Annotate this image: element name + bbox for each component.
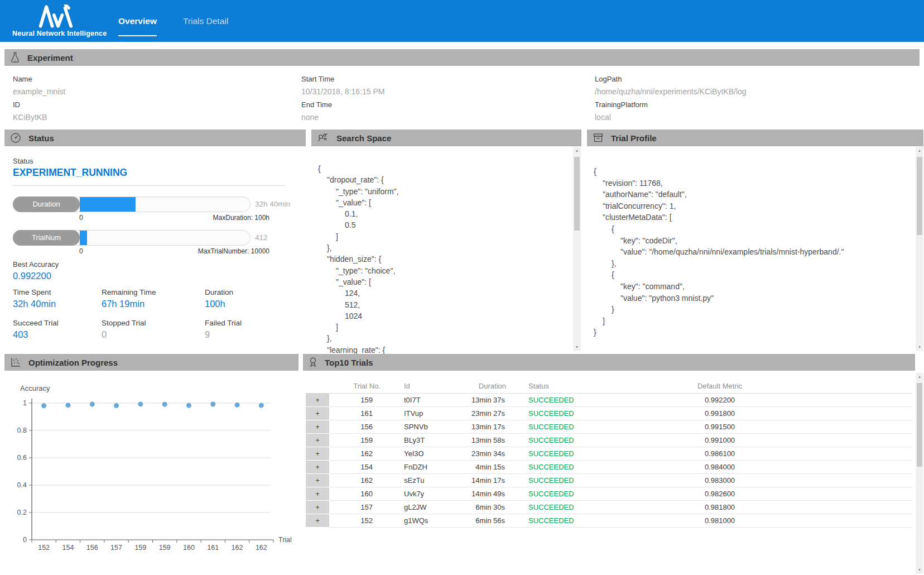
status-section-header: Status [4,130,306,146]
trial-id-cell: ITVup [385,407,463,420]
scatter-point [41,403,46,408]
molecule-icon [317,132,329,143]
column-header-id: Id [385,380,463,393]
json-code-line: "_value": [ [318,276,569,288]
table-header-row: Trial No.IdDurationStatusDefault Metric [303,380,915,393]
expand-row-button[interactable]: + [306,420,329,433]
scroll-up-arrow[interactable]: ▲ [573,147,581,155]
stat-succeed-trial: Succeed Trial403 [13,319,97,340]
field-label: TrainingPlatform [595,98,747,111]
trial-id-cell: t0I7T [385,394,463,407]
y-tick-label: 0 [23,536,27,544]
trialnum-progress-row: TrialNum4120MaxTrialNumber: 10000 [13,230,275,257]
stat-label: Remaining Time [102,288,185,296]
trial-id-cell: FnDZH [385,461,463,474]
scroll-down-arrow[interactable]: ▼ [916,343,923,351]
top10-trials-table: Trial No.IdDurationStatusDefault Metric … [303,373,915,540]
trial-row: +160Uvk7y14min 49sSUCCEEDED0.982600 [303,487,915,501]
y-tick-label: 0.4 [17,481,27,489]
scroll-down-arrow[interactable]: ▼ [573,343,581,351]
json-code-line: { [594,223,912,235]
default-metric-cell: 0.982600 [608,487,831,501]
expand-row-button[interactable]: + [306,474,329,487]
expand-row-button[interactable]: + [306,514,329,527]
progress-fill [80,231,87,245]
json-code-line: 0.1, [318,208,569,219]
section-title: Top10 Trials [325,358,373,367]
stat-label: Failed Trial [205,319,288,327]
expand-row-button[interactable]: + [306,501,329,514]
json-code-line: { [594,269,912,281]
stat-duration: Duration100h [205,288,288,309]
status-cell: SUCCEEDED [511,514,608,528]
scroll-up-arrow[interactable]: ▲ [916,373,923,381]
search-space-json[interactable]: {"dropout_rate": {"_type": "uniform","_v… [318,163,569,356]
scrollbar-thumb[interactable] [917,383,922,467]
status-field-label: Status [13,157,33,165]
x-tick-label: 162 [256,544,267,552]
trial-id-cell: Uvk7y [385,487,463,501]
default-metric-cell: 0.992200 [608,394,831,407]
x-tick-label: 160 [183,544,195,552]
progress-max-label: MaxDuration: 100h [13,214,270,222]
expand-row-button[interactable]: + [306,434,329,447]
trial-profile-json[interactable]: {"revision": 11768,"authorName": "defaul… [594,166,912,338]
section-title: Status [28,133,54,143]
stat-value: 32h 40min [13,299,97,309]
scatter-point [162,402,167,407]
stat-value: 100h [205,299,288,309]
scrollbar-thumb[interactable] [574,157,580,231]
progress-name-pill: TrialNum [13,230,80,246]
status-cell: SUCCEEDED [511,447,608,461]
json-code-line: "_value": [ [318,197,569,208]
field-value: /home/quzha/nni/experiments/KCiBytKB/log [595,85,747,98]
trial-id-cell: BLy3T [385,434,463,447]
field-label: ID [13,98,65,111]
trial-no-cell: 156 [329,420,385,434]
progress-max-label: MaxTrialNumber: 10000 [13,247,270,255]
status-cell: SUCCEEDED [511,394,608,407]
nni-logo-icon[interactable] [37,4,77,30]
expand-row-button[interactable]: + [306,407,329,420]
tab-trials-detail[interactable]: Trials Detail [183,0,228,42]
expand-row-button[interactable]: + [306,487,329,500]
scatter-point [259,403,264,408]
medal-icon [309,357,317,368]
progress-current-value: 32h 40min [255,197,290,212]
scroll-up-arrow[interactable]: ▲ [916,147,923,155]
nni-overview-page: Neural Network Intelligence OverviewTria… [0,0,924,575]
field-label: Start Time [301,73,384,85]
top-navigation-bar: Neural Network Intelligence OverviewTria… [0,0,924,42]
scrollbar-thumb[interactable] [917,157,922,235]
trial-no-cell: 162 [329,447,385,461]
progress-name-pill: Duration [13,197,80,212]
section-title: Experiment [27,53,73,63]
expand-row-button[interactable]: + [306,461,329,473]
trial-id-cell: SPNVb [385,420,463,434]
column-header-default-metric: Default Metric [608,380,831,393]
trial-row: +157gL2JW6min 30sSUCCEEDED0.981800 [303,501,915,514]
status-cell: SUCCEEDED [511,434,608,447]
field-label: End Time [301,98,384,111]
section-title: Trial Profile [611,133,657,143]
trial-row: +161ITVup23min 27sSUCCEEDED0.991800 [303,407,915,420]
stat-value: 67h 19min [102,299,185,309]
trial-no-cell: 160 [329,487,385,501]
expand-row-button[interactable]: + [306,447,329,460]
stat-label: Succeed Trial [13,319,97,327]
duration-cell: 13min 17s [463,420,511,434]
optimization-section-header: Optimization Progress [4,354,299,371]
search-space-scrollbar: ▲ ▼ [573,147,581,351]
scroll-down-arrow[interactable]: ▼ [916,566,923,574]
experiment-info-column: Start Time10/31/2018, 8:16:15 PMEnd Time… [301,73,384,124]
stat-value: 0 [102,329,185,340]
x-tick-label: 162 [232,544,243,552]
expand-row-button[interactable]: + [306,394,329,406]
scatter-chart-icon [10,357,21,368]
json-code-line: { [318,163,569,174]
x-tick-label: 156 [86,544,98,552]
flask-icon [10,52,20,63]
default-metric-cell: 0.981800 [608,501,831,514]
section-title: Search Space [336,133,391,143]
tab-overview[interactable]: Overview [118,0,157,42]
